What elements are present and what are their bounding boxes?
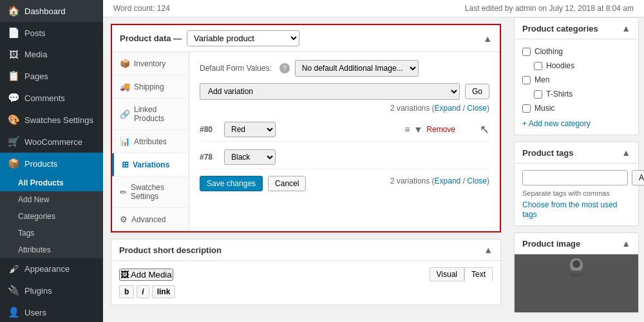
linked-tab-icon: 🔗 [120,109,130,119]
expand-link-b[interactable]: Expand [435,176,461,185]
add-media-button[interactable]: 🖼 Add Media [119,269,173,281]
tags-collapse-icon[interactable]: ▲ [621,147,630,158]
sidebar-item-plugins[interactable]: 🔌 Plugins [0,279,103,301]
default-form-select[interactable]: No default Additional Image... [295,60,419,77]
checkbox-men[interactable] [522,76,531,84]
category-item-tshirts: T-Shirts [522,88,630,100]
sidebar-item-add-new[interactable]: Add New [0,191,103,208]
categories-box: Product categories ▲ Clothing Hoodies Me… [514,17,639,135]
sidebar-item-label: Plugins [24,286,52,296]
collapse-icon[interactable]: ▲ [483,33,492,44]
sidebar-item-label: Pages [24,71,48,81]
sidebar-item-users[interactable]: 👤 Users [0,301,103,322]
tab-shipping[interactable]: 🚚 Shipping [112,75,189,99]
tags-input[interactable] [522,170,628,185]
variations-count-bottom: 2 variations (Expand / Close) [390,176,489,185]
tab-variations[interactable]: ⊞ Variations [112,153,189,176]
close-link-b[interactable]: Close [467,176,487,185]
tags-hint: Separate tags with commas [522,189,630,197]
advanced-tab-icon: ⚙ [120,214,128,224]
remove-link-80[interactable]: Remove [426,125,455,134]
checkbox-music[interactable] [522,104,531,113]
sidebar-item-woocommerce[interactable]: 🛒 WooCommerce [0,131,103,153]
variation-menu-icon[interactable]: ≡ [404,124,410,135]
sidebar-item-label: Media [24,50,47,59]
add-media-icon: 🖼 [120,270,129,279]
tab-linked-label: Linked Products [134,105,181,123]
add-media-label: Add Media [131,270,172,279]
add-category-link[interactable]: + Add new category [522,119,630,128]
variation-select-78[interactable]: Black [224,149,276,165]
tab-inventory[interactable]: 📦 Inventory [112,52,189,75]
add-variation-select[interactable]: Add variation [200,83,460,100]
product-image-placeholder[interactable] [515,254,638,312]
sidebar-item-label: Swatches Settings [24,115,93,125]
expand-link[interactable]: Expand [435,104,461,113]
sidebar-item-all-products[interactable]: All Products [0,175,103,191]
categories-label: Categories [18,212,55,221]
cursor-graphic: ↖ [480,122,489,137]
help-icon[interactable]: ? [279,63,290,73]
tab-swatches-settings[interactable]: ✏ Swatches Settings [112,176,189,208]
product-image-title: Product image [522,239,580,249]
pages-icon: 📋 [8,70,19,82]
checkbox-hoodies[interactable] [534,62,542,70]
swatches-icon: 🎨 [8,114,19,126]
checkbox-tshirts[interactable] [534,90,542,99]
tags-choose-link[interactable]: Choose from the most used tags [522,200,617,219]
posts-icon: 📄 [8,27,19,39]
variation-select-80[interactable]: Red [224,122,276,137]
sidebar-item-swatches[interactable]: 🎨 Swatches Settings [0,109,103,131]
tags-add-button[interactable]: Add [632,170,644,185]
products-icon: 📦 [8,158,19,169]
sidebar-item-comments[interactable]: 💬 Comments [0,87,103,109]
sidebar-item-label: Appearance [24,264,70,274]
save-changes-button[interactable]: Save changes [200,176,263,191]
category-item-music: Music [522,102,630,114]
dashboard-icon: 🏠 [8,5,19,17]
short-desc-header: Product short description ▲ [111,240,500,261]
variation-arrow-icon[interactable]: ▼ [413,124,422,135]
save-buttons: Save changes Cancel [200,176,306,191]
italic-button[interactable]: i [137,285,149,298]
categories-title: Product categories [522,24,598,33]
tab-linked-products[interactable]: 🔗 Linked Products [112,99,189,130]
attributes-tab-icon: 📊 [120,137,130,146]
sidebar-item-dashboard[interactable]: 🏠 Dashboard [0,0,103,22]
text-tab[interactable]: Text [464,267,493,281]
sidebar-item-label: Dashboard [24,6,66,16]
sidebar-item-categories[interactable]: Categories [0,208,103,225]
short-desc-body: 🖼 Add Media Visual Text b i link [111,261,500,305]
tags-box: Product tags ▲ Add Separate tags with co… [514,142,639,226]
right-panel: Product categories ▲ Clothing Hoodies Me… [509,17,644,322]
tab-advanced[interactable]: ⚙ Advanced [112,208,189,231]
cancel-button[interactable]: Cancel [268,176,306,191]
sidebar-item-tags[interactable]: Tags [0,225,103,242]
checkbox-clothing[interactable] [522,48,531,56]
short-desc-collapse-icon[interactable]: ▲ [484,245,493,255]
inventory-tab-icon: 📦 [120,59,130,68]
default-form-label: Default Form Values: [200,64,272,73]
go-button[interactable]: Go [465,84,489,99]
product-type-select[interactable]: Variable product Simple product Grouped … [187,30,299,46]
sidebar-item-pages[interactable]: 📋 Pages [0,65,103,87]
bold-button[interactable]: b [119,285,134,298]
sidebar-item-attributes[interactable]: Attributes [0,242,103,258]
sidebar-item-posts[interactable]: 📄 Posts [0,22,103,44]
tags-header: Product tags ▲ [515,142,638,164]
sidebar-item-appearance[interactable]: 🖌 Appearance [0,258,103,279]
sidebar-item-products[interactable]: 📦 Products [0,153,103,175]
tab-attributes[interactable]: 📊 Attributes [112,130,189,153]
tab-variations-label: Variations [133,160,169,169]
product-data-label: Product data — [120,33,182,43]
sidebar-item-label: Comments [24,93,65,103]
sidebar-item-media[interactable]: 🖼 Media [0,44,103,65]
link-button[interactable]: link [152,285,176,298]
variations-tab-icon: ⊞ [122,160,129,169]
visual-tab[interactable]: Visual [430,267,464,281]
variations-count: 2 variations [390,104,430,113]
product-image-svg [557,258,596,309]
product-image-collapse-icon[interactable]: ▲ [621,238,630,249]
categories-collapse-icon[interactable]: ▲ [621,23,630,33]
close-link[interactable]: Close [467,104,487,113]
